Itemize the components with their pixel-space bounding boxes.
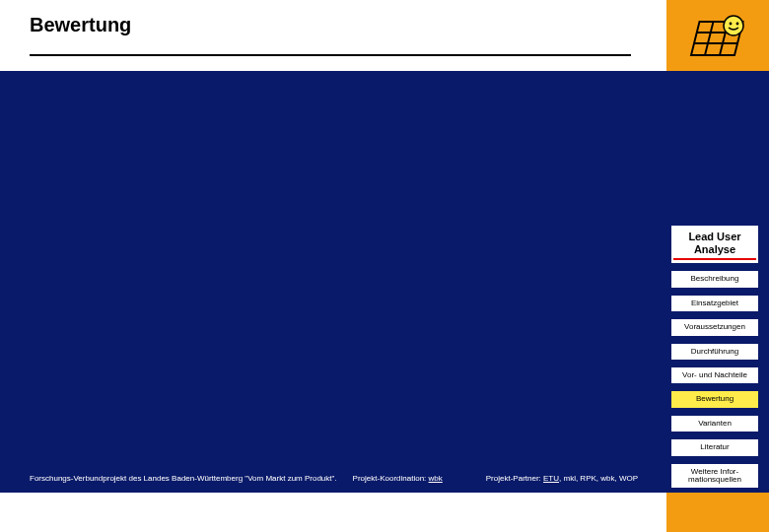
nav-item-wrap: Einsatzgebiet: [670, 295, 759, 312]
nav-item-label: Beschreibung: [673, 275, 756, 283]
footer-partners: Projekt-Partner: ETU, mkl, RPK, wbk, WOP: [486, 474, 638, 483]
nav-item[interactable]: Literatur: [670, 438, 759, 456]
nav-item-label: Einsatzgebiet: [673, 299, 756, 307]
nav-item-label: Bewertung: [673, 395, 756, 403]
svg-point-5: [724, 16, 743, 35]
svg-line-3: [705, 22, 713, 55]
nav-item[interactable]: Varianten: [670, 415, 759, 432]
nav-item-label: Vor- und Nachteile: [673, 371, 756, 379]
nav-item[interactable]: Bewertung: [670, 390, 759, 408]
footer-coord-link[interactable]: wbk: [429, 474, 443, 483]
footer-coord-prefix: Projekt-Koordination:: [353, 474, 429, 483]
grid-logo: [684, 12, 753, 67]
footer-project: Forschungs-Verbundprojekt des Landes Bad…: [30, 474, 337, 483]
content-area: Lead User Analyse BeschreibungEinsatzgeb…: [0, 71, 769, 493]
grid-logo-icon: [684, 12, 753, 67]
side-nav-panel: Lead User Analyse BeschreibungEinsatzgeb…: [670, 225, 759, 489]
panel-header-line1: Lead User: [673, 231, 756, 243]
footer: Forschungs-Verbundprojekt des Landes Bad…: [30, 474, 753, 483]
nav-item[interactable]: Beschreibung: [670, 270, 759, 288]
nav-item-wrap: Varianten: [670, 415, 759, 432]
footer-coord: Projekt-Koordination: wbk: [353, 474, 443, 483]
nav-item[interactable]: Einsatzgebiet: [670, 295, 759, 312]
footer-partners-prefix: Projekt-Partner:: [486, 474, 543, 483]
footer-partners-rest: , mkl, RPK, wbk, WOP: [559, 474, 638, 483]
nav-list: BeschreibungEinsatzgebietVoraussetzungen…: [670, 270, 759, 489]
title-area: Bewertung: [30, 14, 651, 56]
nav-item[interactable]: Voraussetzungen: [670, 318, 759, 336]
panel-header-underline: [673, 258, 756, 260]
nav-item[interactable]: Durchführung: [670, 343, 759, 361]
nav-item-label: Voraussetzungen: [673, 323, 756, 331]
nav-item-wrap: Literatur: [670, 438, 759, 456]
panel-header-line2: Analyse: [673, 243, 756, 256]
nav-item-label: Varianten: [673, 420, 756, 428]
slide: Bewertung Lead User Analyse Beschreibung…: [0, 0, 769, 532]
nav-item-wrap: Bewertung: [670, 390, 759, 408]
nav-item-wrap: Durchführung: [670, 343, 759, 361]
svg-point-6: [730, 23, 733, 26]
title-underline: [30, 54, 631, 56]
nav-item[interactable]: Vor- und Nachteile: [670, 366, 759, 384]
svg-point-7: [736, 23, 739, 26]
nav-item-label: Literatur: [673, 443, 756, 451]
panel-header: Lead User Analyse: [670, 225, 759, 264]
nav-item-wrap: Vor- und Nachteile: [670, 366, 759, 384]
page-title: Bewertung: [30, 14, 651, 48]
nav-item-label: Durchführung: [673, 348, 756, 356]
nav-item-wrap: Beschreibung: [670, 270, 759, 288]
footer-partners-link[interactable]: ETU: [543, 474, 559, 483]
nav-item-wrap: Voraussetzungen: [670, 318, 759, 336]
